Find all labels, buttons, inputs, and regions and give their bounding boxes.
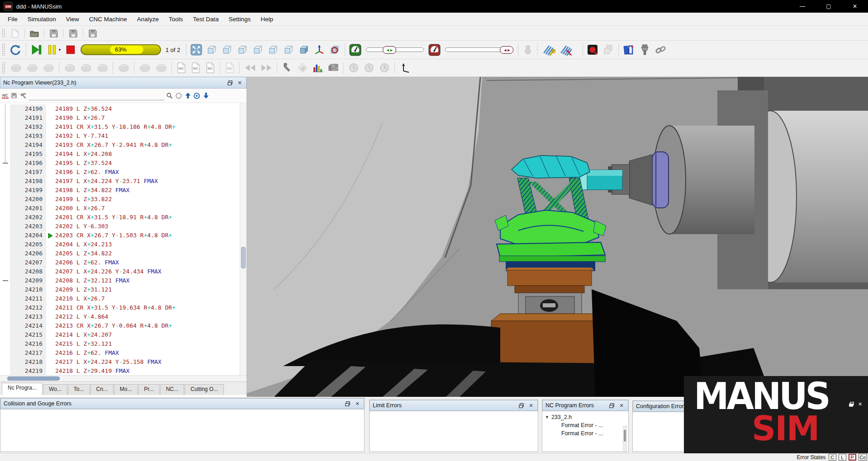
tab-wo-[interactable]: Wo... (43, 384, 67, 395)
minimize-button[interactable]: — (789, 0, 816, 13)
simulation-speed-slider[interactable]: ◄► (366, 47, 424, 52)
menu-analyze[interactable]: Analyze (132, 14, 164, 25)
view-bottom-button[interactable] (220, 43, 234, 56)
error-state-c[interactable]: C (829, 454, 836, 461)
save-nc-icon[interactable] (10, 93, 18, 99)
code-line[interactable]: 2420324202 L Y-6.303 (0, 222, 240, 231)
horizontal-scrollbar[interactable] (0, 375, 247, 381)
error-tree-item[interactable]: Format Error - ... (543, 421, 627, 429)
fit-view-button[interactable] (190, 43, 203, 56)
code-line[interactable]: 2419324192 L Y-7.741 (0, 132, 240, 141)
erase-button[interactable] (296, 61, 309, 75)
vertical-scrollbar[interactable] (240, 103, 247, 375)
menu-tools[interactable]: Tools (164, 14, 188, 25)
nc-code-area[interactable]: 2419024189 L Z+36.5242419124190 L X+26.7… (0, 103, 247, 375)
tab-mo-[interactable]: Mo... (114, 384, 138, 395)
vertical-scrollbar-thumb[interactable] (241, 247, 246, 268)
code-line[interactable]: 2421424213 CR X+26.7 Y-0.064 R+4.8 DR+ (0, 321, 240, 330)
code-line[interactable]: 2421824217 L X+24.224 Y-25.158 FMAX (0, 358, 240, 367)
view-front-button[interactable] (266, 43, 280, 56)
stock-add-button[interactable] (62, 61, 77, 74)
tab-cutting-o-[interactable]: Cutting O... (185, 384, 224, 395)
snapshot-button[interactable] (602, 43, 615, 56)
save-all-button[interactable] (86, 27, 99, 40)
menu-help[interactable]: Help (256, 14, 278, 25)
fast-forward-button[interactable] (259, 62, 274, 73)
stock-view-button[interactable] (9, 61, 23, 74)
view-iso-button[interactable] (297, 43, 311, 56)
search-up-icon[interactable] (184, 93, 191, 99)
mini-scrollbar-thumb[interactable] (624, 430, 626, 442)
nc-lock-button[interactable] (223, 61, 236, 75)
view-right-button[interactable] (251, 43, 265, 56)
play-button[interactable] (29, 42, 44, 57)
probe-button[interactable] (522, 43, 534, 56)
code-line[interactable]: 2420524204 L X+24.213 (0, 240, 240, 249)
menu-cnc-machine[interactable]: CNC Machine (84, 14, 132, 25)
tab-to-[interactable]: To... (68, 384, 90, 395)
time-estimate-button[interactable] (347, 61, 360, 75)
code-line[interactable]: 2419924198 L Z+34.822 FMAX (0, 186, 240, 195)
axis-measure-button[interactable] (398, 61, 412, 75)
stock-reload-button[interactable] (95, 61, 109, 74)
code-line[interactable]: 2419424193 CR X+26.7 Y-2.941 R+4.8 DR+ (0, 141, 240, 150)
time-detail-button[interactable] (362, 61, 376, 75)
code-line[interactable]: 2421624215 L Z+32.121 (0, 339, 240, 348)
goto-current-line-icon[interactable] (193, 93, 200, 99)
code-line[interactable]: 2421224211 CR X+31.5 Y-19.634 R+4.8 DR+ (0, 303, 240, 312)
menu-file[interactable]: File (3, 14, 23, 25)
menu-simulation[interactable]: Simulation (23, 14, 61, 25)
pause-button[interactable]: ▼ (46, 43, 62, 56)
code-line[interactable]: 2420824207 L X+24.226 Y-24.434 FMAX (0, 267, 240, 276)
error-state-l[interactable]: L (839, 454, 846, 461)
open-file-button[interactable] (28, 27, 41, 40)
view-top-button[interactable] (205, 43, 218, 56)
code-line[interactable]: 2421724216 L Z+62. FMAX (0, 348, 240, 358)
mini-scrollbar[interactable] (623, 426, 627, 451)
float-panel-icon[interactable] (517, 402, 525, 409)
nc-open-button[interactable] (190, 61, 202, 75)
display-speed-slider[interactable]: ◄► (445, 47, 513, 52)
menu-settings[interactable]: Settings (223, 14, 256, 25)
code-line[interactable]: 2421124210 L X+26.7 (0, 294, 240, 303)
match-mode-icon[interactable] (175, 93, 182, 99)
view-rotate-button[interactable] (328, 43, 342, 56)
save-button[interactable] (47, 27, 60, 40)
tab-cn-[interactable]: Cn... (90, 384, 114, 395)
toolbar-grip[interactable] (2, 28, 5, 38)
code-line[interactable]: 2419524194 L X+24.208 (0, 150, 240, 159)
tab-nc-[interactable]: NC... (160, 384, 184, 395)
toolbar-grip[interactable] (2, 62, 5, 74)
fold-marker[interactable] (3, 280, 8, 281)
menu-view[interactable]: View (61, 14, 84, 25)
horizontal-scrollbar-thumb[interactable] (7, 376, 60, 381)
speed-slider-handle[interactable]: ◄► (383, 46, 396, 54)
rewind-button[interactable] (243, 62, 257, 73)
code-line[interactable]: 2421524214 L X+24.207 (0, 330, 240, 339)
search-icon[interactable] (166, 93, 173, 99)
toolbar-grip[interactable] (2, 43, 5, 56)
code-line[interactable]: 2421024209 L Z+31.121 (0, 285, 240, 294)
code-line[interactable]: 2420724206 L Z+62. FMAX (0, 258, 240, 267)
statistics-button[interactable] (311, 61, 325, 75)
display-slider-handle[interactable]: ◄► (500, 46, 513, 54)
remove-chips-button[interactable] (558, 42, 574, 57)
nc-format-icon[interactable]: NC (2, 93, 9, 99)
reports-button[interactable] (622, 43, 636, 57)
stock-new-button[interactable] (138, 61, 152, 74)
tab-pr-[interactable]: Pr... (138, 384, 160, 395)
close-panel-icon[interactable]: ✕ (858, 401, 862, 408)
stop-button[interactable] (64, 43, 77, 56)
close-panel-icon[interactable]: ✕ (354, 400, 361, 407)
nc-remove-button[interactable] (204, 61, 217, 75)
nc-add-button[interactable] (175, 61, 188, 75)
chevron-down-icon[interactable]: ▼ (545, 415, 549, 419)
viewport-3d[interactable] (247, 77, 868, 397)
record-button[interactable] (586, 43, 600, 56)
code-line[interactable]: 2419224191 CR X+31.5 Y-18.186 R+4.8 DR+ (0, 122, 240, 132)
stock-outline-button[interactable] (154, 61, 168, 74)
error-tree-item[interactable]: Format Error - ... (543, 429, 627, 437)
fold-marker[interactable] (3, 163, 8, 164)
code-line[interactable]: 2421324212 L Y-4.864 (0, 312, 240, 321)
float-panel-icon[interactable] (226, 80, 233, 86)
